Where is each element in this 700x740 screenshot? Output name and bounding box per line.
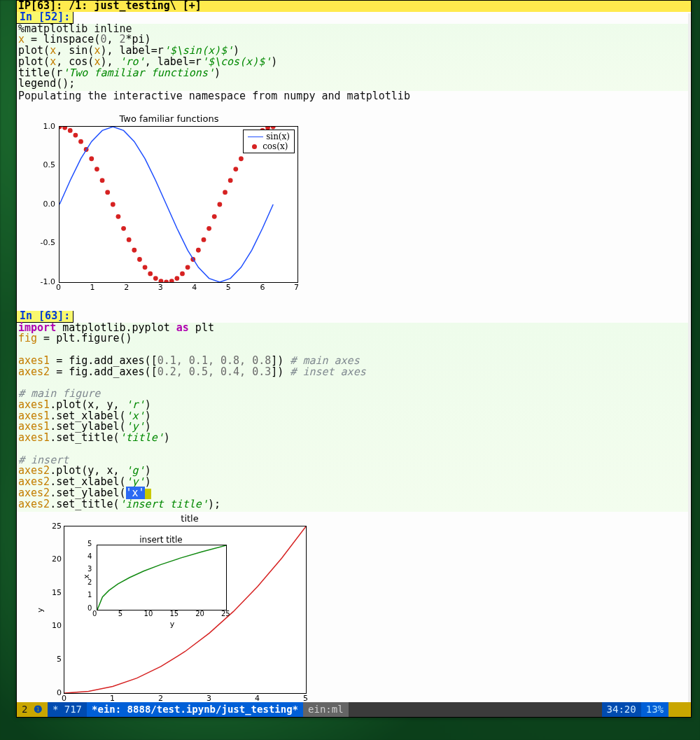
svg-point-33 (233, 167, 238, 172)
svg-point-15 (137, 257, 142, 262)
svg-point-12 (121, 226, 126, 231)
editor-content[interactable]: In [52]: %matplotlib inline x = linspace… (17, 12, 691, 715)
svg-point-1 (62, 127, 67, 130)
sb-segment-pos: 34:20 (602, 702, 641, 717)
tab-bar[interactable]: IP[63]: /1: just_testing\ [+] (17, 1, 691, 12)
svg-point-26 (196, 248, 201, 253)
chart1-plot-area: sin(x) cos(x) (59, 126, 298, 283)
chart2-ylabel: y (36, 608, 45, 613)
svg-point-27 (202, 237, 206, 242)
chart1-title: Two familiar functions (31, 113, 307, 124)
svg-point-40 (271, 127, 276, 129)
svg-point-6 (89, 156, 94, 161)
svg-point-11 (116, 214, 121, 219)
chart1-legend: sin(x) cos(x) (243, 130, 295, 153)
sb-segment-count: 2 ❶ (17, 702, 48, 717)
chart2-inset-ylabel: x (82, 574, 91, 579)
legend-line-icon (248, 137, 263, 137)
svg-point-13 (127, 237, 132, 242)
svg-point-16 (143, 265, 148, 270)
chart2-inset-plot-area (97, 545, 227, 610)
svg-point-34 (239, 156, 244, 161)
scrollbar-region[interactable] (688, 13, 691, 702)
sb-segment-end-icon (668, 702, 691, 717)
svg-point-0 (59, 127, 62, 129)
chart2-title: title (60, 513, 319, 524)
svg-point-30 (217, 202, 222, 207)
sb-segment-buffer: *ein: 8888/test.ipynb/just_testing* (87, 702, 303, 717)
chart-two-familiar-functions: Two familiar functions sin(x) cos(x) -1.… (31, 116, 307, 298)
sb-segment-line: * 717 (48, 702, 87, 717)
svg-point-20 (164, 279, 169, 281)
svg-point-24 (186, 265, 190, 270)
svg-point-19 (159, 279, 164, 282)
cell1-code[interactable]: %matplotlib inline x = linspace(0, 2*pi)… (17, 24, 691, 92)
svg-point-7 (94, 167, 99, 172)
svg-point-3 (73, 132, 78, 137)
svg-point-10 (111, 202, 115, 207)
circle-number-icon: ❶ (34, 704, 43, 715)
svg-point-21 (169, 279, 174, 282)
svg-point-29 (212, 214, 217, 219)
sb-segment-mode: ein:ml (303, 702, 349, 717)
svg-point-18 (153, 276, 158, 281)
svg-point-9 (105, 190, 110, 195)
chart2-plot-area: insert title (64, 526, 307, 694)
chart2-inset-title: insert title (97, 535, 225, 545)
cell2-code[interactable]: import matplotlib.pyplot as plt fig = pl… (17, 323, 691, 512)
svg-point-14 (132, 248, 136, 253)
emacs-window: IP[63]: /1: just_testing\ [+] In [52]: %… (16, 0, 692, 718)
svg-point-2 (68, 128, 73, 133)
cell1-output: Populating the interactive namespace fro… (17, 91, 691, 102)
powerline-statusbar: 2 ❶ * 717 *ein: 8888/test.ipynb/just_tes… (17, 702, 691, 717)
sb-spacer (349, 702, 602, 717)
svg-point-23 (180, 271, 185, 276)
sb-segment-pct: 13% (641, 702, 668, 717)
svg-point-4 (78, 139, 83, 144)
svg-point-28 (206, 226, 211, 231)
svg-point-8 (100, 178, 105, 183)
svg-point-31 (223, 190, 227, 195)
svg-point-17 (148, 271, 153, 276)
svg-point-22 (174, 276, 179, 281)
svg-point-32 (228, 178, 233, 183)
chart-main-inset: title insert title 0510152025 012345 012… (32, 516, 319, 715)
chart2-inset-xlabel: y (108, 620, 237, 629)
legend-dot-icon (252, 144, 257, 149)
chart2-inset-svg (97, 545, 226, 610)
